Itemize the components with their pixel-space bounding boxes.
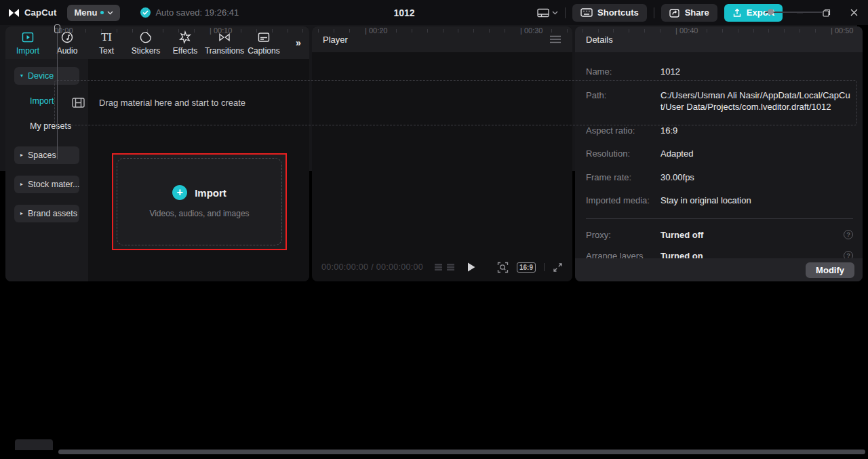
- detail-value: 1012: [660, 66, 680, 78]
- help-icon[interactable]: ?: [844, 230, 853, 239]
- check-circle-icon: [140, 7, 151, 18]
- window-close-button[interactable]: [844, 0, 864, 25]
- ruler-label: | 00:30: [520, 26, 542, 35]
- plus-icon: +: [172, 185, 187, 200]
- share-icon: [669, 8, 680, 18]
- ruler-tick: [768, 29, 769, 33]
- divider: [544, 263, 545, 271]
- sidebar-group-brand-assets[interactable]: ▸ Brand assets: [14, 205, 79, 222]
- ruler-tick: [644, 29, 645, 33]
- detail-row-aspect-ratio: Aspect ratio: 16:9: [586, 125, 853, 137]
- ruler-tick: [396, 29, 397, 33]
- app-name: CapCut: [24, 7, 56, 18]
- ruler-tick: [629, 29, 629, 33]
- detail-row-proxy: Proxy: Turned off ?: [586, 230, 853, 240]
- capcut-logo-icon: [8, 8, 20, 18]
- playhead-line: [57, 33, 58, 159]
- sidebar-group-label: Device: [28, 71, 54, 81]
- caret-right-icon: ▸: [20, 182, 23, 187]
- ruler-tick: [815, 29, 816, 33]
- playhead[interactable]: [54, 24, 60, 33]
- ruler-tick: [443, 29, 443, 33]
- aspect-ratio-button[interactable]: 16:9: [517, 262, 536, 273]
- project-title: 1012: [393, 0, 414, 25]
- ruler-tick: [272, 29, 273, 33]
- detail-label: Resolution:: [586, 148, 660, 160]
- ruler-tick: [349, 29, 350, 33]
- import-card-title: Import: [195, 187, 226, 199]
- detail-row-resolution: Resolution: Adapted: [586, 148, 853, 160]
- detail-value: 30.00fps: [660, 172, 694, 184]
- play-button[interactable]: [467, 262, 475, 272]
- import-dropzone-annotation: + Import Videos, audios, and images: [112, 153, 287, 250]
- dropzone-hint: Drag material here and start to create: [99, 98, 245, 108]
- details-footer: Modify: [575, 258, 863, 281]
- ruler-label: | 00:50: [831, 26, 853, 35]
- ruler-tick: [225, 29, 226, 33]
- menu-button[interactable]: Menu: [67, 5, 120, 21]
- ruler-tick: [784, 29, 785, 33]
- import-dropzone[interactable]: + Import Videos, audios, and images: [117, 158, 282, 245]
- menu-label: Menu: [74, 7, 97, 18]
- sidebar-group-label: Stock mater...: [28, 180, 79, 189]
- export-icon: [732, 8, 742, 18]
- ruler-tick: [70, 29, 71, 33]
- tab-label: Transitions: [205, 46, 244, 56]
- playhead-handle[interactable]: [54, 24, 60, 33]
- preview-focus-icon[interactable]: [497, 262, 509, 273]
- divider: [654, 7, 654, 18]
- timeline-zoom-slider[interactable]: [765, 9, 823, 16]
- current-timecode: 00:00:00:00: [321, 262, 368, 272]
- sidebar-group-stock-materials[interactable]: ▸ Stock mater...: [14, 176, 79, 193]
- detail-value: Adapted: [660, 148, 693, 160]
- detail-row-name: Name: 1012: [586, 66, 853, 78]
- ruler-tick: [583, 29, 583, 33]
- fullscreen-icon[interactable]: [553, 262, 563, 273]
- detail-value: Stay in original location: [660, 195, 751, 207]
- app-logo: CapCut: [8, 7, 56, 18]
- top-bar: CapCut Menu Auto saved: 19:26:41 1012: [0, 0, 868, 25]
- modify-button[interactable]: Modify: [806, 262, 854, 278]
- ruler-tick: [318, 29, 319, 33]
- divider: [586, 218, 853, 219]
- detail-label: Frame rate:: [586, 172, 660, 184]
- slider-handle[interactable]: [768, 9, 774, 15]
- ruler-tick: [302, 29, 303, 33]
- tab-label: Stickers: [132, 46, 161, 56]
- ruler-tick: [194, 29, 195, 33]
- ruler-tick: [707, 29, 707, 33]
- ruler-tick: [132, 29, 133, 33]
- ruler-label: | 00:10: [210, 26, 232, 35]
- ruler-tick: [256, 29, 257, 33]
- layout-switcher-button[interactable]: [537, 8, 558, 18]
- ruler-tick: [800, 29, 800, 33]
- ruler-tick: [489, 29, 490, 33]
- ruler-tick: [613, 29, 614, 33]
- divider: [565, 7, 566, 18]
- timecode-separator: /: [371, 262, 376, 272]
- sidebar-group-label: Brand assets: [28, 209, 77, 218]
- chevron-down-icon: [107, 11, 113, 15]
- keyboard-icon: [580, 8, 593, 17]
- tab-import[interactable]: Import: [8, 26, 47, 59]
- detail-row-imported-media: Imported media: Stay in original locatio…: [586, 195, 853, 207]
- layout-icon: [537, 8, 549, 18]
- tab-label: Text: [99, 46, 114, 56]
- ruler-label: | 00:20: [365, 26, 387, 35]
- sidebar-group-spaces[interactable]: ▸ Spaces: [14, 146, 79, 164]
- ruler-tick: [178, 29, 179, 33]
- frame-back-icon[interactable]: [434, 263, 443, 271]
- ruler-tick: [241, 29, 241, 33]
- shortcuts-button[interactable]: Shortcuts: [572, 4, 647, 22]
- autosave-status: Auto saved: 19:26:41: [140, 7, 239, 18]
- detail-value: 16:9: [660, 125, 677, 137]
- total-timecode: 00:00:00:00: [376, 262, 423, 272]
- timeline-ruler[interactable]: 00:00| 00:10| 00:20| 00:30| 00:40| 00:50: [54, 24, 857, 39]
- frame-forward-icon[interactable]: [446, 263, 455, 271]
- ruler-tick: [427, 29, 428, 33]
- import-card-subtitle: Videos, audios, and images: [149, 209, 249, 218]
- share-button[interactable]: Share: [661, 4, 717, 22]
- player-panel: Player 00:00:00:00 / 00:00:00:00 16:9: [312, 26, 572, 281]
- ruler-tick: [412, 29, 412, 33]
- timeline-dropzone[interactable]: Drag material here and start to create: [54, 80, 857, 125]
